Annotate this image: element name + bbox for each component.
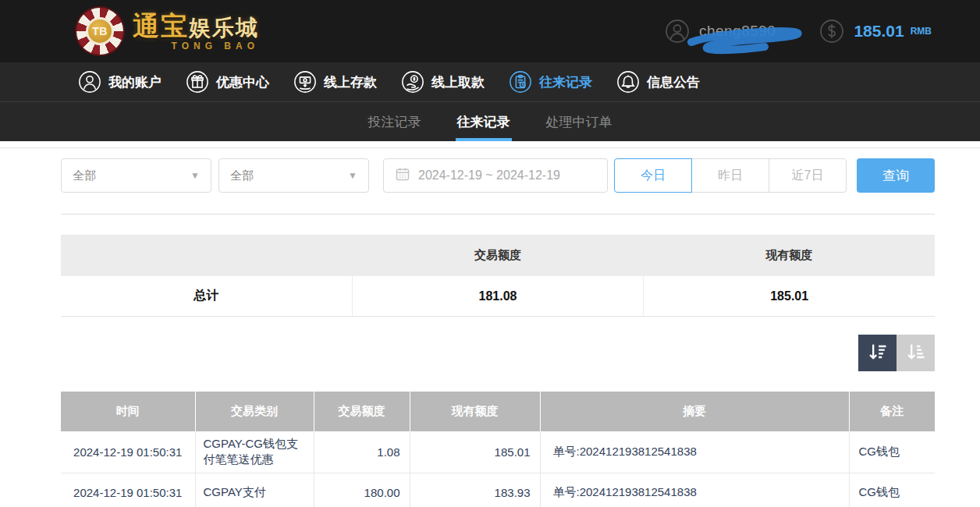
record-tabs: 投注记录 往来记录 处理中订单 <box>0 101 980 141</box>
chevron-down-icon: ▼ <box>190 170 200 181</box>
col-remark: 备注 <box>849 392 935 431</box>
summary-header-row: 交易额度 现有额度 <box>61 235 935 276</box>
account-icon <box>78 70 101 94</box>
nav-deposit[interactable]: 线上存款 <box>293 70 377 94</box>
yesterday-button[interactable]: 昨日 <box>691 158 769 193</box>
summary-balance-total: 185.01 <box>643 276 935 316</box>
nav-announcements[interactable]: 信息公告 <box>616 70 700 94</box>
chip-monogram: TB <box>86 17 114 45</box>
col-current-balance: 现有额度 <box>410 392 540 431</box>
nav-my-account[interactable]: 我的账户 <box>78 70 162 94</box>
casino-chip-icon: TB <box>76 8 123 55</box>
nav-promotions[interactable]: 优惠中心 <box>186 70 269 94</box>
username-text: cheng8590 <box>699 23 776 40</box>
cell-remark: CG钱包 <box>849 473 935 507</box>
col-summary: 摘要 <box>540 392 849 431</box>
tab-betting-records[interactable]: 投注记录 <box>367 102 423 141</box>
top-bar: TB 通宝娱乐城 TONG BAO cheng8590 <box>0 0 980 62</box>
transactions-table: 时间 交易类别 交易额度 现有额度 摘要 备注 2024-12-19 01:50… <box>61 392 935 507</box>
deposit-icon <box>293 70 317 94</box>
col-type: 交易类别 <box>195 392 314 431</box>
bell-icon <box>616 70 640 94</box>
main-navigation: 我的账户 优惠中心 线上存款 线上 <box>0 62 980 101</box>
summary-table: 交易额度 现有额度 总计 181.08 185.01 <box>61 235 935 317</box>
filter-bar: 全部 ▼ 全部 ▼ 2024-12-19 ~ 2024-12-19 今日 昨日 … <box>61 158 935 193</box>
cell-summary: 单号:202412193812541838 <box>540 431 849 473</box>
summary-total-row: 总计 181.08 185.01 <box>61 276 935 317</box>
category-select[interactable]: 全部 ▼ <box>61 158 211 193</box>
logo-title: 通宝娱乐城 <box>133 12 259 39</box>
site-logo[interactable]: TB 通宝娱乐城 TONG BAO <box>76 8 259 55</box>
summary-transaction-total: 181.08 <box>352 276 644 316</box>
cell-remark: CG钱包 <box>849 431 935 473</box>
logo-subtitle: TONG BAO <box>172 41 259 51</box>
main-content: 全部 ▼ 全部 ▼ 2024-12-19 ~ 2024-12-19 今日 昨日 … <box>61 158 935 507</box>
dollar-circle-icon <box>819 19 844 44</box>
col-transaction-amount: 交易额度 <box>314 392 410 431</box>
today-button[interactable]: 今日 <box>614 158 692 193</box>
sort-ascending-icon <box>905 341 927 366</box>
cell-current-balance: 185.01 <box>410 431 540 473</box>
nav-records[interactable]: 往来记录 <box>509 70 592 94</box>
sort-ascending-button[interactable] <box>897 335 935 371</box>
chevron-down-icon: ▼ <box>348 170 357 181</box>
table-row: 2024-12-19 01:50:31 CGPAY支付 180.00 183.9… <box>61 473 935 507</box>
sort-descending-icon <box>867 341 889 366</box>
user-account[interactable]: cheng8590 <box>665 19 776 44</box>
user-icon <box>665 19 690 44</box>
records-icon <box>509 70 532 94</box>
cell-time: 2024-12-19 01:50:31 <box>61 473 195 507</box>
cell-type: CGPAY-CG钱包支付笔笔送优惠 <box>195 431 314 473</box>
cell-current-balance: 183.93 <box>410 473 540 507</box>
balance-amount: 185.01 <box>854 22 904 41</box>
col-time: 时间 <box>61 392 195 431</box>
tab-pending-orders[interactable]: 处理中订单 <box>545 102 614 141</box>
type-select[interactable]: 全部 ▼ <box>218 158 369 193</box>
sort-descending-button[interactable] <box>858 335 897 371</box>
balance-currency: RMB <box>911 26 932 37</box>
summary-header-transaction: 交易额度 <box>352 248 643 263</box>
sort-controls <box>61 335 935 371</box>
cell-time: 2024-12-19 01:50:31 <box>61 431 195 473</box>
header-divider <box>0 147 980 148</box>
gift-icon <box>186 70 209 94</box>
summary-total-label: 总计 <box>61 276 352 316</box>
withdraw-icon <box>401 70 424 94</box>
nav-withdraw[interactable]: 线上取款 <box>401 70 485 94</box>
cell-transaction-amount: 1.08 <box>314 431 410 473</box>
calendar-icon <box>395 166 410 185</box>
last7days-button[interactable]: 近7日 <box>769 158 847 193</box>
table-header-row: 时间 交易类别 交易额度 现有额度 摘要 备注 <box>61 392 935 431</box>
cell-summary: 单号:202412193812541838 <box>540 473 849 507</box>
balance-display[interactable]: 185.01 RMB <box>819 19 932 44</box>
table-row: 2024-12-19 01:50:31 CGPAY-CG钱包支付笔笔送优惠 1.… <box>61 431 935 473</box>
date-range-input[interactable]: 2024-12-19 ~ 2024-12-19 <box>383 158 608 193</box>
cell-type: CGPAY支付 <box>195 473 314 507</box>
summary-header-balance: 现有额度 <box>644 248 935 263</box>
tab-transaction-records[interactable]: 往来记录 <box>456 102 512 141</box>
cell-transaction-amount: 180.00 <box>314 473 410 507</box>
filter-divider <box>61 214 935 214</box>
quick-date-group: 今日 昨日 近7日 <box>614 158 847 193</box>
search-button[interactable]: 查询 <box>857 158 935 193</box>
